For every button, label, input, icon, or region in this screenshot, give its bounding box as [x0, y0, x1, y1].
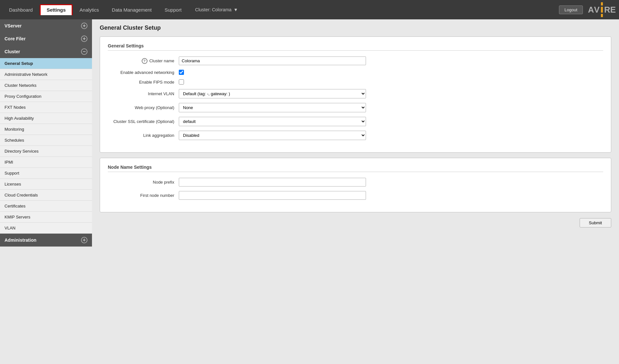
administration-label: Administration — [5, 238, 36, 243]
sidebar-section-administration[interactable]: Administration + — [0, 234, 92, 247]
tab-analytics[interactable]: Analytics — [74, 5, 105, 15]
sidebar-item-general-setup[interactable]: General Setup — [0, 58, 92, 69]
submit-row: Submit — [100, 218, 611, 228]
internet-vlan-select[interactable]: Default (tag: -, gateway: ) — [179, 89, 366, 98]
link-aggregation-row: Link aggregation Disabled — [108, 131, 603, 140]
enable-advanced-networking-checkbox[interactable] — [179, 70, 184, 75]
enable-advanced-networking-row: Enable advanced networking — [108, 70, 603, 75]
cluster-name-label: ? Cluster name — [108, 58, 179, 64]
cluster-name-row: ? Cluster name — [108, 56, 603, 65]
vserver-expand-icon[interactable]: + — [81, 23, 87, 29]
tab-support[interactable]: Support — [159, 5, 188, 15]
sidebar-item-fxt-nodes[interactable]: FXT Nodes — [0, 102, 92, 113]
enable-advanced-networking-label: Enable advanced networking — [108, 70, 179, 75]
node-prefix-row: Node prefix — [108, 178, 603, 187]
tab-settings[interactable]: Settings — [40, 4, 72, 15]
page-title: General Cluster Setup — [100, 25, 611, 31]
sidebar-item-schedules[interactable]: Schedules — [0, 135, 92, 146]
cluster-collapse-icon[interactable]: − — [81, 48, 87, 55]
sidebar-item-proxy-configuration[interactable]: Proxy Configuration — [0, 91, 92, 102]
logo-v: V — [594, 5, 600, 15]
sidebar-section-vserver[interactable]: VServer + — [0, 19, 92, 32]
vserver-label: VServer — [5, 23, 22, 28]
administration-expand-icon[interactable]: + — [81, 237, 87, 243]
general-settings-title: General Settings — [108, 43, 603, 51]
sidebar-item-high-availability[interactable]: High Availability — [0, 113, 92, 124]
sidebar-item-vlan[interactable]: VLAN — [0, 223, 92, 234]
first-node-number-row: First node number — [108, 191, 603, 200]
sidebar-item-certificates[interactable]: Certificates — [0, 201, 92, 212]
topbar-right: Logout A V R E — [559, 2, 616, 17]
web-proxy-select[interactable]: None — [179, 103, 366, 112]
first-node-number-input[interactable] — [179, 191, 366, 200]
cluster-ssl-row: Cluster SSL certificate (Optional) defau… — [108, 117, 603, 126]
logo-e: E — [610, 5, 616, 15]
nav-tabs: Dashboard Settings Analytics Data Manage… — [3, 4, 238, 15]
sidebar: VServer + Core Filer + Cluster − General… — [0, 19, 92, 364]
cluster-ssl-select[interactable]: default — [179, 117, 366, 126]
internet-vlan-label: Internet VLAN — [108, 91, 179, 96]
avere-logo: A V R E — [588, 2, 616, 17]
sidebar-item-directory-services[interactable]: Directory Services — [0, 146, 92, 157]
node-name-settings-panel: Node Name Settings Node prefix First nod… — [100, 158, 611, 212]
web-proxy-row: Web proxy (Optional) None — [108, 103, 603, 112]
web-proxy-label: Web proxy (Optional) — [108, 105, 179, 110]
logo-bars — [601, 2, 603, 17]
first-node-number-label: First node number — [108, 193, 179, 198]
node-name-settings-title: Node Name Settings — [108, 165, 603, 172]
sidebar-item-licenses[interactable]: Licenses — [0, 179, 92, 190]
sidebar-section-core-filer[interactable]: Core Filer + — [0, 32, 92, 45]
node-prefix-input[interactable] — [179, 178, 366, 187]
logout-button[interactable]: Logout — [559, 5, 583, 14]
cluster-name-help-icon[interactable]: ? — [142, 58, 147, 64]
enable-fips-mode-label: Enable FIPS mode — [108, 80, 179, 85]
internet-vlan-row: Internet VLAN Default (tag: -, gateway: … — [108, 89, 603, 98]
general-settings-panel: General Settings ? Cluster name Enable a… — [100, 36, 611, 153]
tab-data-management[interactable]: Data Management — [106, 5, 157, 15]
cluster-label: Cluster: Colorama — [195, 7, 232, 12]
logo-a: A — [588, 5, 594, 15]
cluster-selector[interactable]: Cluster: Colorama ▼ — [195, 7, 238, 12]
sidebar-item-support[interactable]: Support — [0, 168, 92, 179]
sidebar-item-administrative-network[interactable]: Administrative Network — [0, 69, 92, 80]
content-area: General Cluster Setup General Settings ?… — [92, 19, 619, 364]
main-layout: VServer + Core Filer + Cluster − General… — [0, 19, 619, 364]
sidebar-section-cluster[interactable]: Cluster − — [0, 45, 92, 58]
sidebar-item-monitoring[interactable]: Monitoring — [0, 124, 92, 135]
link-aggregation-select[interactable]: Disabled — [179, 131, 366, 140]
core-filer-label: Core Filer — [5, 36, 25, 41]
sidebar-item-cloud-credentials[interactable]: Cloud Credentials — [0, 190, 92, 201]
cluster-section-label: Cluster — [5, 49, 20, 54]
node-prefix-label: Node prefix — [108, 180, 179, 185]
sidebar-item-kmip-servers[interactable]: KMIP Servers — [0, 212, 92, 223]
core-filer-expand-icon[interactable]: + — [81, 35, 87, 42]
submit-button[interactable]: Submit — [580, 218, 611, 228]
cluster-ssl-label: Cluster SSL certificate (Optional) — [108, 119, 179, 124]
topbar: Dashboard Settings Analytics Data Manage… — [0, 0, 619, 19]
sidebar-item-cluster-networks[interactable]: Cluster Networks — [0, 80, 92, 91]
enable-fips-mode-checkbox[interactable] — [179, 79, 184, 85]
link-aggregation-label: Link aggregation — [108, 133, 179, 138]
cluster-dropdown-icon: ▼ — [233, 7, 238, 12]
cluster-name-input[interactable] — [179, 56, 366, 65]
tab-dashboard[interactable]: Dashboard — [3, 5, 38, 15]
logo-r: R — [604, 5, 610, 15]
cluster-items: General Setup Administrative Network Clu… — [0, 58, 92, 234]
sidebar-item-ipmi[interactable]: IPMI — [0, 157, 92, 168]
enable-fips-mode-row: Enable FIPS mode — [108, 79, 603, 85]
